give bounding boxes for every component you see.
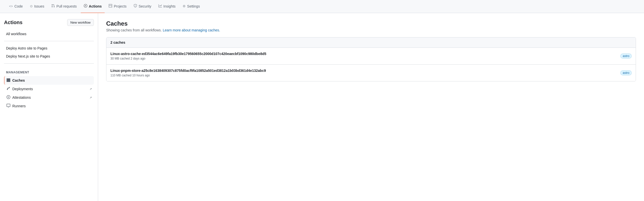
- nav-label-security: Security: [139, 4, 151, 8]
- cache-item-2-name: Linux-pnpm-store-a25c8e1638409307c875fd0…: [110, 69, 266, 73]
- insights-icon: [158, 4, 162, 8]
- nav-label-settings: Settings: [187, 4, 200, 8]
- cache-item-2-meta: 110 MB cached 10 hours ago: [110, 74, 266, 77]
- cache-item-1-name: Linux-astro-cache-ed3544ac6e649fa19fb30e…: [110, 52, 266, 56]
- attestations-icon: [7, 95, 10, 100]
- deployments-icon: [7, 87, 10, 91]
- top-nav: <> Code ⊙ Issues Pull requests Actions P…: [0, 0, 644, 13]
- nav-label-projects: Projects: [114, 4, 127, 8]
- main-layout: Actions New workflow All workflows Deplo…: [0, 13, 644, 201]
- learn-more-link[interactable]: Learn more about managing caches.: [163, 28, 220, 32]
- sidebar-item-attestations-left: Attestations: [7, 95, 31, 100]
- actions-icon: [84, 4, 87, 8]
- page-subtitle: Showing caches from all workflows. Learn…: [106, 28, 636, 32]
- attestations-external-icon: ↗: [90, 96, 92, 99]
- nav-item-pull-requests[interactable]: Pull requests: [48, 0, 80, 13]
- nav-item-code[interactable]: <> Code: [6, 0, 26, 13]
- new-workflow-button[interactable]: New workflow: [67, 19, 94, 26]
- cache-list-header: 2 caches: [106, 37, 636, 48]
- nav-label-insights: Insights: [164, 4, 176, 8]
- sidebar-workflow-deploy-nextjs[interactable]: Deploy Next.js site to Pages: [4, 52, 94, 60]
- nav-label-code: Code: [14, 4, 23, 8]
- deployments-external-icon: ↗: [90, 87, 92, 91]
- sidebar-item-caches[interactable]: Caches: [4, 76, 94, 85]
- sidebar-title: Actions: [4, 20, 22, 25]
- cache-item-1-info: Linux-astro-cache-ed3544ac6e649fa19fb30e…: [110, 52, 266, 60]
- projects-icon: [109, 4, 112, 8]
- nav-item-projects[interactable]: Projects: [106, 0, 130, 13]
- cache-item-2-tag: astro: [620, 70, 632, 75]
- cache-item-1: Linux-astro-cache-ed3544ac6e649fa19fb30e…: [106, 48, 636, 65]
- sidebar-caches-label: Caches: [12, 78, 25, 82]
- settings-icon: ⚙: [183, 4, 186, 8]
- sidebar-runners-label: Runners: [12, 104, 26, 108]
- sidebar-item-attestations[interactable]: Attestations ↗: [4, 93, 94, 102]
- page-title: Caches: [106, 20, 636, 27]
- code-icon: <>: [9, 4, 13, 8]
- sidebar-management-label: Management: [4, 67, 94, 76]
- cache-item-1-tag: astro: [620, 54, 632, 59]
- sidebar-workflow-deploy-astro[interactable]: Deploy Astro site to Pages: [4, 44, 94, 52]
- cache-item-1-meta: 30 MB cached 2 days ago: [110, 57, 266, 60]
- cache-item-2-info: Linux-pnpm-store-a25c8e1638409307c875fd0…: [110, 69, 266, 77]
- nav-item-actions[interactable]: Actions: [81, 0, 105, 13]
- nav-label-issues: Issues: [34, 4, 44, 8]
- sidebar-item-deployments-left: Deployments: [7, 87, 33, 91]
- sidebar-attestations-label: Attestations: [12, 95, 31, 99]
- sidebar-item-runners-left: Runners: [7, 104, 26, 108]
- nav-item-security[interactable]: Security: [131, 0, 154, 13]
- security-icon: [134, 4, 137, 8]
- caches-icon: [7, 78, 10, 83]
- nav-label-pull-requests: Pull requests: [56, 4, 77, 8]
- nav-item-insights[interactable]: Insights: [155, 0, 179, 13]
- sidebar: Actions New workflow All workflows Deplo…: [0, 13, 98, 201]
- sidebar-header: Actions New workflow: [4, 19, 94, 26]
- nav-label-actions: Actions: [89, 4, 102, 8]
- cache-item-2: Linux-pnpm-store-a25c8e1638409307c875fd0…: [106, 65, 636, 81]
- issues-icon: ⊙: [30, 4, 33, 8]
- nav-item-settings[interactable]: ⚙ Settings: [180, 0, 203, 13]
- sidebar-item-deployments[interactable]: Deployments ↗: [4, 85, 94, 93]
- page-subtitle-text: Showing caches from all workflows.: [106, 28, 162, 32]
- sidebar-item-caches-left: Caches: [7, 78, 25, 83]
- sidebar-all-workflows[interactable]: All workflows: [4, 30, 94, 38]
- sidebar-divider-1: [4, 41, 94, 41]
- runners-icon: [7, 104, 10, 108]
- nav-item-issues[interactable]: ⊙ Issues: [27, 0, 47, 13]
- sidebar-item-runners[interactable]: Runners: [4, 102, 94, 110]
- sidebar-deployments-label: Deployments: [12, 87, 33, 91]
- sidebar-divider-2: [4, 63, 94, 64]
- content-area: Caches Showing caches from all workflows…: [98, 13, 644, 201]
- cache-list: 2 caches Linux-astro-cache-ed3544ac6e649…: [106, 37, 636, 81]
- pr-icon: [51, 4, 55, 8]
